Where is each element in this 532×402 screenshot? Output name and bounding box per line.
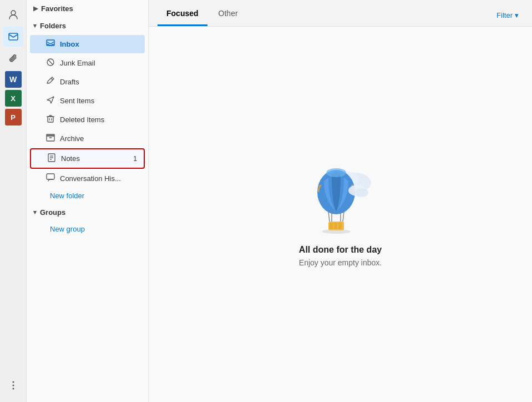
favorites-section: ▶ Favorites — [27, 0, 148, 17]
sidebar-item-junk[interactable]: Junk Email — [30, 54, 145, 72]
sidebar-item-conversation[interactable]: Conversation His... — [30, 169, 145, 188]
filter-chevron: ▾ — [515, 11, 519, 19]
svg-rect-31 — [334, 223, 337, 229]
sidebar-item-sent[interactable]: Sent Items — [30, 92, 145, 110]
sidebar-item-drafts[interactable]: Drafts — [30, 73, 145, 91]
svg-line-8 — [51, 78, 53, 80]
svg-line-25 — [328, 212, 330, 222]
sent-label: Sent Items — [60, 97, 94, 105]
svg-rect-1 — [9, 33, 18, 40]
filter-label: Filter — [496, 11, 513, 19]
filter-button[interactable]: Filter ▾ — [492, 4, 523, 26]
svg-point-2 — [12, 381, 14, 383]
svg-point-4 — [12, 388, 14, 390]
inbox-icon — [45, 39, 55, 49]
folders-chevron: ▾ — [33, 22, 37, 29]
junk-label: Junk Email — [60, 59, 95, 67]
notes-icon — [47, 153, 57, 164]
svg-point-24 — [326, 168, 346, 177]
conversation-label: Conversation His... — [60, 174, 121, 183]
svg-rect-30 — [330, 223, 333, 229]
groups-section: ▾ Groups New group — [27, 204, 148, 237]
main-content: Focused Other Filter ▾ — [149, 0, 532, 402]
mail-nav-icon[interactable] — [3, 27, 23, 47]
new-group-link[interactable]: New group — [30, 222, 145, 237]
svg-rect-9 — [48, 117, 53, 122]
sent-icon — [45, 96, 55, 106]
sidebar-item-deleted[interactable]: Deleted Items — [30, 110, 145, 129]
empty-state-title: All done for the day — [299, 245, 382, 255]
tab-focused[interactable]: Focused — [158, 2, 207, 26]
svg-point-33 — [322, 229, 351, 234]
excel-nav-icon[interactable]: X — [5, 90, 22, 107]
sidebar-item-notes[interactable]: Notes 1 — [30, 148, 145, 169]
junk-icon — [45, 58, 55, 68]
svg-line-7 — [48, 60, 53, 64]
svg-rect-32 — [338, 223, 342, 229]
groups-chevron: ▾ — [33, 209, 37, 216]
favorites-header[interactable]: ▶ Favorites — [27, 0, 148, 17]
deleted-icon — [45, 114, 55, 125]
groups-header[interactable]: ▾ Groups — [27, 204, 148, 221]
inbox-empty-state: All done for the day Enjoy your empty in… — [149, 27, 532, 402]
new-folder-label: New folder — [50, 192, 84, 200]
tab-other[interactable]: Other — [210, 2, 247, 26]
svg-point-0 — [11, 11, 16, 15]
svg-point-3 — [12, 385, 14, 386]
tab-focused-label: Focused — [166, 9, 199, 18]
attach-nav-icon[interactable] — [3, 49, 23, 69]
empty-state-subtitle: Enjoy your empty inbox. — [299, 258, 382, 267]
app-rail: W X P — [0, 0, 27, 402]
svg-rect-20 — [47, 174, 54, 179]
new-folder-link[interactable]: New folder — [30, 188, 145, 203]
more-nav-icon[interactable] — [3, 375, 23, 395]
conversation-icon — [45, 173, 55, 184]
word-nav-icon[interactable]: W — [5, 71, 22, 88]
deleted-label: Deleted Items — [60, 115, 104, 124]
inbox-label: Inbox — [60, 40, 79, 48]
svg-line-26 — [343, 212, 344, 222]
folders-section: ▾ Folders Inbox Junk Email — [27, 17, 148, 204]
sidebar-item-archive[interactable]: Archive — [30, 129, 145, 148]
favorites-label: Favorites — [41, 4, 73, 13]
sidebar: ▶ Favorites ▾ Folders Inbox — [27, 0, 149, 402]
groups-label: Groups — [40, 208, 65, 217]
sidebar-item-inbox[interactable]: Inbox — [30, 35, 145, 53]
tab-bar: Focused Other Filter ▾ — [149, 0, 532, 27]
svg-point-35 — [355, 188, 368, 197]
archive-icon — [45, 133, 55, 144]
drafts-icon — [45, 77, 55, 87]
people-icon[interactable] — [3, 4, 23, 24]
archive-label: Archive — [60, 134, 84, 143]
folders-header[interactable]: ▾ Folders — [27, 17, 148, 34]
notes-label: Notes — [61, 154, 80, 163]
favorites-chevron: ▶ — [33, 5, 38, 12]
new-group-label: New group — [50, 225, 85, 233]
notes-badge: 1 — [133, 155, 137, 163]
drafts-label: Drafts — [60, 78, 79, 86]
balloon-illustration — [307, 162, 374, 234]
tab-other-label: Other — [219, 9, 238, 18]
folders-label: Folders — [40, 22, 66, 30]
ppt-nav-icon[interactable]: P — [5, 109, 22, 125]
